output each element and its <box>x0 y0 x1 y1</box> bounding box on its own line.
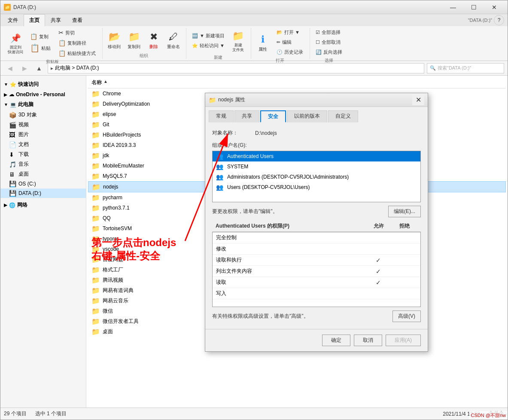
easy-access-button[interactable]: ⭐ 轻松访问 ▼ <box>189 41 228 50</box>
dialog-title-text: 📁 nodejs 属性 <box>209 96 245 103</box>
tab-home[interactable]: 主页 <box>24 14 45 26</box>
cancel-button[interactable]: 取消 <box>354 335 382 346</box>
new-item-button[interactable]: 🆕 ▼ 新建项目 <box>189 31 228 40</box>
network-arrow: ▶ <box>4 203 7 207</box>
tab-custom[interactable]: 自定义 <box>328 110 358 122</box>
minimize-button[interactable]: — <box>443 1 463 13</box>
rename-button[interactable]: 🖊 重命名 <box>164 29 183 51</box>
up-button[interactable]: ▲ <box>33 63 45 73</box>
forward-button[interactable]: ▶ <box>18 63 30 73</box>
perm-read-allow: ✓ <box>365 279 391 286</box>
paste-shortcut-button[interactable]: 📋 粘贴快捷方式 <box>55 49 99 58</box>
sidebar-item-downloads[interactable]: ⬇ 下载 <box>0 149 86 159</box>
copy-icon: 📋 <box>30 33 37 40</box>
address-input[interactable]: ▸ 此电脑 > DATA (D:) <box>48 63 424 73</box>
onedrive-arrow: ▶ <box>4 92 7 97</box>
tab-view[interactable]: 查看 <box>67 14 88 26</box>
window-title: DATA (D:) <box>13 4 36 10</box>
tab-file[interactable]: 文件 <box>2 14 24 26</box>
sidebar-item-d[interactable]: 💾 DATA (D:) <box>0 189 86 198</box>
object-value: D:\nodejs <box>255 130 277 136</box>
delete-button[interactable]: ✖ 删除 <box>145 29 163 51</box>
music-icon: 🎵 <box>9 161 16 168</box>
dialog-close-button[interactable]: ✕ <box>412 95 424 105</box>
tab-security[interactable]: 安全 <box>260 110 286 122</box>
select-all-button[interactable]: ☑ 全部选择 <box>313 28 345 37</box>
help-button[interactable]: ? <box>494 15 504 25</box>
sidebar-item-video[interactable]: 🎬 视频 <box>0 120 86 130</box>
maximize-button[interactable]: ☐ <box>464 1 484 13</box>
video-icon: 🎬 <box>9 122 16 128</box>
paste-shortcut-icon: 📋 <box>58 50 66 57</box>
sidebar-item-3d[interactable]: 📦 3D 对象 <box>0 110 86 120</box>
search-box[interactable]: 🔍 搜索"DATA (D:)" <box>427 63 504 73</box>
delete-icon: ✖ <box>147 30 161 44</box>
move-button[interactable]: 📂 移动到 <box>105 29 123 51</box>
pin-button[interactable]: 📌 固定到快速访问 <box>6 30 25 56</box>
quick-access-arrow: ▼ <box>4 82 8 87</box>
organize-buttons: 📂 移动到 📁 复制到 ✖ 删除 🖊 重命名 <box>105 28 183 52</box>
perm-table: 完全控制 修改 读取和执行 ✓ 列出文件夹 <box>212 232 421 307</box>
new-folder-button[interactable]: 📁 新建文件夹 <box>229 28 247 54</box>
status-bar: 29 个项目 选中 1 个项目 2021/11/4 12:53 文件夹 <box>0 408 508 420</box>
c-drive-label: OS (C:) <box>18 181 36 187</box>
sidebar-item-documents[interactable]: 📄 文档 <box>0 140 86 149</box>
advanced-button[interactable]: 高级(V) <box>392 310 421 322</box>
organize-label: 组织 <box>140 52 148 59</box>
properties-button[interactable]: ℹ 属性 <box>254 31 272 54</box>
perm-header: Authenticated Users 的权限(P) 允许 拒绝 <box>212 221 421 232</box>
sidebar-item-desktop[interactable]: 🖥 桌面 <box>0 169 86 179</box>
group-item-system[interactable]: 👥 SYSTEM <box>213 161 420 172</box>
paste-button[interactable]: 📋 粘贴 <box>27 42 54 54</box>
pin-icon: 📌 <box>9 31 22 45</box>
documents-label: 文档 <box>18 141 29 148</box>
properties-dialog: 📁 nodejs 属性 ✕ 常规 共享 安全 以前的版本 自定义 对象名称： D… <box>205 93 428 352</box>
back-button[interactable]: ◀ <box>4 63 16 73</box>
ribbon-content: 📌 固定到快速访问 📋 复制 📋 粘贴 <box>0 26 508 61</box>
easy-access-icon: ⭐ <box>192 43 198 49</box>
group-item-users[interactable]: 👥 Users (DESKTOP-CV5RJOL\Users) <box>213 182 420 192</box>
apply-button[interactable]: 应用(A) <box>386 335 421 346</box>
copy-path-button[interactable]: 📋 复制路径 <box>55 38 99 48</box>
perm-read-label: 读取 <box>216 279 365 286</box>
ok-button[interactable]: 确定 <box>322 335 350 346</box>
sidebar-item-music[interactable]: 🎵 音乐 <box>0 159 86 169</box>
edit-button[interactable]: ✏ 编辑 <box>274 38 306 47</box>
invert-select-button[interactable]: 🔄 反向选择 <box>313 48 345 57</box>
copy-button[interactable]: 📋 复制 <box>27 32 54 41</box>
perm-row-write: 写入 <box>213 288 420 299</box>
close-button[interactable]: ✕ <box>484 1 504 13</box>
sidebar-network[interactable]: ▶ 🌐 网络 <box>0 200 86 210</box>
sidebar-item-pictures[interactable]: 🖼 图片 <box>0 130 86 140</box>
edit-permissions-button[interactable]: 编辑(E)... <box>388 206 421 217</box>
perm-row-modify: 修改 <box>213 243 420 255</box>
perm-row-full: 完全控制 <box>213 232 420 243</box>
sidebar-quick-access[interactable]: ▼ ⭐ 快速访问 <box>0 79 86 90</box>
cut-icon: ✂ <box>58 29 64 36</box>
main-window: 📁 DATA (D:) — ☐ ✕ 文件 主页 共享 查看 "DATA (D:)… <box>0 0 508 420</box>
pictures-label: 图片 <box>18 131 29 138</box>
tab-previous[interactable]: 以前的版本 <box>287 110 327 122</box>
d-drive-label: DATA (D:) <box>18 190 41 196</box>
tab-sharing[interactable]: 共享 <box>234 110 259 122</box>
deselect-button[interactable]: ☐ 全部取消 <box>313 38 345 47</box>
onedrive-label: OneDrive - Personal <box>16 91 65 97</box>
group-item-admin[interactable]: 👥 Administrators (DESKTOP-CV5RJOL\Admini… <box>213 172 420 182</box>
copy-to-button[interactable]: 📁 复制到 <box>125 29 143 51</box>
sidebar-thispc[interactable]: ▼ 💻 此电脑 <box>0 99 86 110</box>
open-buttons: ℹ 属性 📂 打开 ▼ ✏ 编辑 🕐 <box>254 28 306 57</box>
thispc-arrow: ▼ <box>4 102 8 107</box>
group-item-auth[interactable]: 👥 Authenticated Users <box>213 151 420 161</box>
dialog-buttons: 确定 取消 应用(A) <box>205 329 428 351</box>
cut-button[interactable]: ✂ 剪切 <box>55 28 99 37</box>
tab-general[interactable]: 常规 <box>209 110 234 122</box>
history-button[interactable]: 🕐 历史记录 <box>274 48 306 57</box>
sidebar-onedrive[interactable]: ▶ ☁ OneDrive - Personal <box>0 90 86 99</box>
sidebar-item-c[interactable]: 💾 OS (C:) <box>0 179 86 189</box>
open-button[interactable]: 📂 打开 ▼ <box>274 28 306 37</box>
tab-share[interactable]: 共享 <box>45 14 67 26</box>
clipboard-buttons: 📌 固定到快速访问 📋 复制 📋 粘贴 <box>6 28 99 58</box>
perm-header-name: Authenticated Users 的权限(P) <box>216 222 366 230</box>
dialog-title-icon: 📁 <box>209 97 216 103</box>
history-icon: 🕐 <box>277 49 283 55</box>
